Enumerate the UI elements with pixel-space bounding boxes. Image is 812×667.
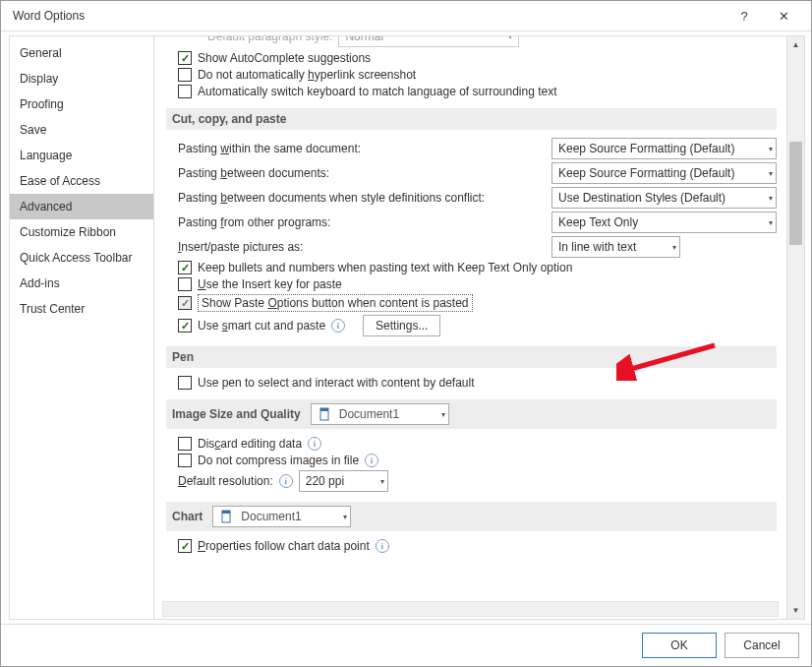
vertical-scrollbar[interactable]: ▲ ▼ bbox=[787, 35, 805, 620]
info-icon[interactable]: i bbox=[376, 539, 389, 553]
sidebar-item-addins[interactable]: Add-ins bbox=[10, 271, 153, 296]
document-icon bbox=[219, 509, 235, 524]
sidebar-item-quick-access[interactable]: Quick Access Toolbar bbox=[10, 245, 153, 271]
chart-doc-select[interactable]: Document1▾ bbox=[212, 506, 351, 527]
sidebar-item-proofing[interactable]: Proofing bbox=[10, 91, 153, 117]
options-sidebar: General Display Proofing Save Language E… bbox=[9, 35, 154, 620]
image-quality-doc-select[interactable]: Document1▾ bbox=[311, 403, 449, 425]
sidebar-item-save[interactable]: Save bbox=[10, 117, 153, 143]
sidebar-item-language[interactable]: Language bbox=[10, 143, 153, 168]
close-button[interactable]: ✕ bbox=[764, 1, 803, 30]
paste-between-label: Pasting between documents: bbox=[178, 166, 551, 180]
window-title: Word Options bbox=[13, 9, 725, 23]
keep-bullets-checkbox[interactable] bbox=[178, 261, 192, 274]
paste-conflict-label: Pasting between documents when style def… bbox=[178, 191, 551, 205]
paste-within-label: Pasting within the same document: bbox=[178, 142, 551, 155]
paste-other-label: Pasting from other programs: bbox=[178, 215, 551, 229]
auto-switch-keyboard-checkbox[interactable] bbox=[178, 85, 192, 98]
insert-pictures-select[interactable]: In line with text▾ bbox=[551, 236, 680, 258]
sidebar-item-ease-of-access[interactable]: Ease of Access bbox=[10, 168, 153, 194]
scroll-up-icon[interactable]: ▲ bbox=[787, 36, 804, 53]
scroll-thumb[interactable] bbox=[789, 142, 802, 245]
default-paragraph-style-label: Default paragraph style: bbox=[207, 35, 332, 43]
sidebar-item-customize-ribbon[interactable]: Customize Ribbon bbox=[10, 219, 153, 245]
default-resolution-label: Default resolution: bbox=[178, 474, 273, 488]
insert-key-checkbox[interactable] bbox=[178, 277, 192, 291]
no-compress-label: Do not compress images in file bbox=[198, 454, 359, 467]
discard-editing-checkbox[interactable] bbox=[178, 437, 192, 451]
group-cut-copy-paste: Cut, copy, and paste bbox=[166, 108, 777, 130]
keep-bullets-label: Keep bullets and numbers when pasting te… bbox=[198, 261, 572, 274]
help-button[interactable]: ? bbox=[725, 1, 764, 30]
sidebar-item-advanced[interactable]: Advanced bbox=[10, 194, 153, 219]
paste-within-select[interactable]: Keep Source Formatting (Default)▾ bbox=[551, 138, 777, 159]
svg-rect-3 bbox=[222, 511, 230, 514]
paste-between-select[interactable]: Keep Source Formatting (Default)▾ bbox=[551, 162, 777, 184]
use-pen-label: Use pen to select and interact with cont… bbox=[198, 376, 475, 390]
horizontal-scrollbar[interactable] bbox=[162, 601, 779, 617]
sidebar-item-trust-center[interactable]: Trust Center bbox=[10, 296, 153, 322]
smart-cut-paste-checkbox[interactable] bbox=[178, 319, 192, 333]
discard-editing-label: Discard editing data bbox=[198, 437, 302, 451]
svg-rect-1 bbox=[320, 408, 328, 411]
paste-other-select[interactable]: Keep Text Only▾ bbox=[551, 212, 777, 233]
show-paste-options-checkbox[interactable] bbox=[178, 296, 192, 310]
default-paragraph-style-value[interactable]: Normal▾ bbox=[338, 35, 519, 47]
use-pen-checkbox[interactable] bbox=[178, 376, 192, 390]
info-icon[interactable]: i bbox=[365, 454, 378, 467]
group-pen: Pen bbox=[166, 346, 777, 368]
insert-pictures-label: Insert/paste pictures as: bbox=[178, 240, 551, 254]
cancel-button[interactable]: Cancel bbox=[725, 633, 799, 658]
document-icon bbox=[318, 406, 333, 422]
info-icon[interactable]: i bbox=[308, 437, 321, 451]
smart-settings-button[interactable]: Settings... bbox=[363, 315, 440, 336]
auto-switch-keyboard-label: Automatically switch keyboard to match l… bbox=[198, 85, 557, 98]
options-content: xxxx Default paragraph style: Normal▾ Sh… bbox=[154, 35, 787, 620]
properties-follow-checkbox[interactable] bbox=[178, 539, 192, 553]
no-compress-checkbox[interactable] bbox=[178, 454, 192, 467]
properties-follow-label: Properties follow chart data point bbox=[198, 539, 370, 553]
default-resolution-select[interactable]: 220 ppi▾ bbox=[299, 470, 388, 492]
sidebar-item-general[interactable]: General bbox=[10, 40, 153, 66]
info-icon[interactable]: i bbox=[279, 474, 293, 488]
ok-button[interactable]: OK bbox=[642, 633, 717, 658]
smart-cut-paste-label: Use smart cut and paste bbox=[198, 319, 325, 333]
show-paste-options-label: Show Paste Options button when content i… bbox=[198, 294, 473, 312]
no-auto-hyperlink-label: Do not automatically hyperlink screensho… bbox=[198, 68, 416, 82]
no-auto-hyperlink-checkbox[interactable] bbox=[178, 68, 192, 82]
insert-key-label: Use the Insert key for paste bbox=[198, 277, 342, 291]
paste-conflict-select[interactable]: Use Destination Styles (Default)▾ bbox=[551, 187, 777, 209]
info-icon[interactable]: i bbox=[331, 319, 345, 333]
group-image-size: Image Size and Quality Document1▾ bbox=[166, 399, 777, 429]
autocomplete-label: Show AutoComplete suggestions bbox=[198, 51, 371, 65]
sidebar-item-display[interactable]: Display bbox=[10, 66, 153, 91]
scroll-down-icon[interactable]: ▼ bbox=[787, 602, 804, 619]
autocomplete-checkbox[interactable] bbox=[178, 51, 192, 65]
group-chart: Chart Document1▾ bbox=[166, 502, 777, 531]
